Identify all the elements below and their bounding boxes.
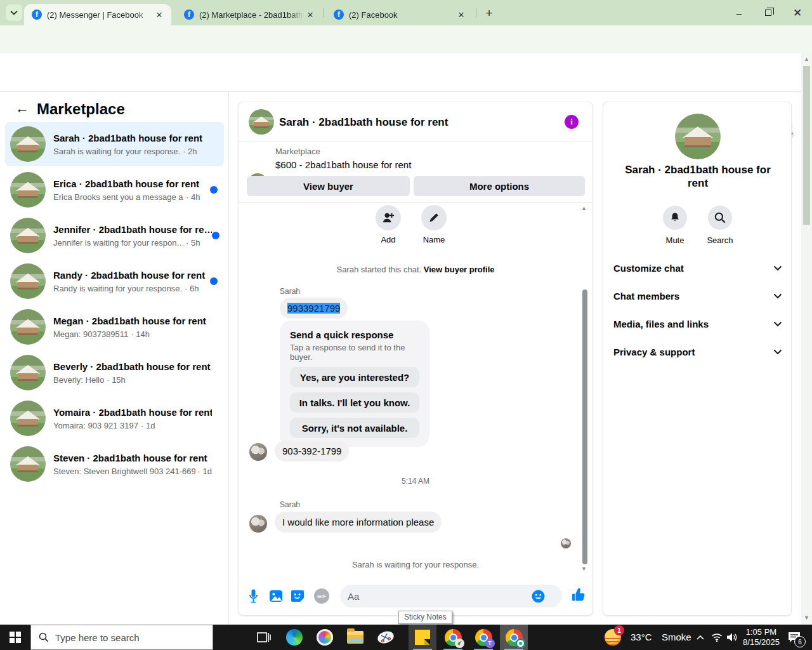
listing-avatar — [10, 401, 46, 436]
copilot-button[interactable] — [311, 625, 339, 650]
chrome-button-1[interactable] — [439, 625, 467, 650]
task-view-button[interactable] — [250, 625, 278, 650]
edge-button[interactable] — [280, 625, 308, 650]
action-center-button[interactable]: 6 — [784, 627, 804, 647]
file-explorer-button[interactable] — [341, 625, 369, 650]
action-center-badge: 6 — [794, 636, 806, 647]
emoji-icon[interactable] — [532, 590, 545, 603]
thumbs-up-icon[interactable] — [572, 587, 587, 602]
conversation-avatar[interactable] — [675, 114, 721, 159]
edit-name-button[interactable] — [421, 205, 447, 230]
new-tab-button[interactable]: + — [481, 5, 497, 22]
tab-title: (2) Facebook — [349, 10, 455, 20]
waiting-status: Sarah is waiting for your response. — [239, 560, 593, 569]
chat-list-item-jennifer[interactable]: Jennifer · 2bad1bath house for re… Jenni… — [5, 213, 224, 258]
start-button[interactable] — [0, 625, 30, 650]
chat-item-snippet: Beverly: Hello· 15h — [53, 375, 212, 385]
chat-item-snippet: Erica Brooks sent you a message a…· 4h — [53, 192, 210, 202]
message-composer[interactable] — [340, 585, 562, 607]
sender-name: Sarah — [280, 500, 300, 509]
conversation-info-icon[interactable]: i — [565, 115, 579, 129]
chat-item-title: Jennifer · 2bad1bath house for re… — [53, 224, 212, 235]
chat-list-item-yomaira[interactable]: Yomaira · 2bad1bath house for rent Yomai… — [5, 396, 224, 441]
tab-close-icon[interactable]: ✕ — [455, 9, 467, 20]
image-attach-icon[interactable] — [269, 590, 283, 602]
chevron-down-icon — [773, 321, 782, 327]
quick-reply-button[interactable]: Sorry, it's not available. — [290, 418, 419, 438]
gif-icon[interactable]: GIF — [314, 588, 329, 604]
browser-tab-facebook[interactable]: f (2) Facebook ✕ — [326, 4, 473, 25]
message-bubble[interactable]: 903-392-1799 — [275, 441, 349, 461]
section-privacy-support[interactable]: Privacy & support — [613, 342, 782, 361]
sticky-notes-button[interactable] — [409, 625, 436, 650]
chrome-button-3[interactable] — [500, 625, 528, 650]
weather-badge: 1 — [614, 625, 624, 635]
chat-list-item-sarah[interactable]: Sarah · 2bad1bath house for rent Sarah i… — [5, 122, 224, 166]
wifi-button[interactable] — [709, 630, 724, 645]
scroll-down-arrow[interactable]: ▼ — [804, 614, 809, 621]
task-view-icon — [257, 631, 271, 644]
page-scrollbar[interactable]: ▲ ▼ — [801, 53, 812, 625]
browser-tab-messenger[interactable]: f (2) Messenger | Facebook ✕ — [24, 4, 171, 25]
snipping-tool-icon — [376, 629, 395, 645]
sticky-notes-icon — [415, 630, 430, 645]
page-scrollbar-thumb[interactable] — [803, 66, 810, 225]
chat-list-item-megan[interactable]: Megan · 2bad1bath house for rent Megan: … — [5, 305, 224, 349]
chrome-icon — [445, 629, 462, 646]
view-buyer-profile-link[interactable]: View buyer profile — [424, 265, 495, 274]
chat-avatar[interactable] — [249, 109, 274, 135]
file-explorer-icon — [347, 631, 363, 644]
volume-button[interactable] — [724, 630, 740, 645]
scroll-up-arrow[interactable]: ▲ — [581, 205, 587, 211]
restore-button[interactable] — [754, 2, 783, 23]
weather-button[interactable]: 1 — [603, 627, 623, 647]
back-arrow-icon[interactable]: ← — [15, 100, 29, 117]
section-media-files-links[interactable]: Media, files and links — [613, 314, 782, 333]
snipping-tool-button[interactable] — [372, 625, 400, 650]
sticker-icon[interactable] — [291, 590, 304, 602]
chat-list-item-erica[interactable]: Erica · 2bad1bath house for rent Erica B… — [5, 168, 224, 212]
chat-list-item-randy[interactable]: Randy · 2bad1bath house for rent Randy i… — [5, 259, 224, 303]
message-bubble[interactable]: 9933921799 — [280, 298, 348, 319]
browser-tab-strip: f (2) Messenger | Facebook ✕ f (2) Marke… — [0, 0, 812, 25]
search-icon — [714, 211, 726, 224]
section-customize-chat[interactable]: Customize chat — [613, 258, 782, 277]
chat-item-title: Erica · 2bad1bath house for rent — [53, 178, 210, 189]
chat-scrollbar-thumb[interactable] — [582, 289, 587, 564]
facebook-header: f Find friends 2 — [0, 53, 812, 92]
chrome-button-2[interactable]: T — [469, 625, 497, 650]
chat-list-item-beverly[interactable]: Beverly · 2bad1bath house for rent Bever… — [5, 350, 224, 395]
scroll-up-arrow[interactable]: ▲ — [804, 56, 809, 62]
search-conversation-button[interactable] — [708, 206, 732, 230]
tab-close-icon[interactable]: ✕ — [304, 9, 316, 20]
pencil-icon — [428, 212, 440, 223]
taskbar-search-input[interactable] — [55, 632, 195, 643]
chat-list-item-steven[interactable]: Steven · 2bad1bath house for rent Steven… — [5, 442, 224, 486]
taskbar-clock[interactable]: 1:05 PM 8/15/2025 — [740, 627, 783, 647]
message-input[interactable] — [348, 591, 532, 602]
divider — [239, 202, 593, 203]
tab-search-button[interactable] — [6, 4, 22, 21]
section-chat-members[interactable]: Chat members — [613, 286, 782, 305]
tab-close-icon[interactable]: ✕ — [154, 9, 165, 20]
sidebar-title: Marketplace — [37, 100, 125, 118]
browser-tab-marketplace[interactable]: f (2) Marketplace - 2bad1bath hou ✕ — [176, 4, 322, 25]
quick-reply-button[interactable]: Yes, are you interested? — [290, 367, 419, 387]
chevron-down-icon — [773, 349, 782, 355]
tray-expand-button[interactable] — [693, 630, 708, 645]
quick-response-card: Send a quick response Tap a response to … — [280, 321, 429, 447]
chat-title: Sarah · 2bad1bath house for rent — [279, 116, 448, 129]
minimize-button[interactable]: – — [724, 2, 754, 23]
taskbar-search[interactable] — [30, 625, 213, 650]
message-bubble[interactable]: I would like more information please — [275, 512, 442, 533]
scroll-down-arrow[interactable]: ▼ — [581, 566, 587, 572]
mute-button[interactable] — [663, 206, 687, 230]
view-buyer-button[interactable]: View buyer — [247, 176, 410, 196]
more-options-button[interactable]: More options — [414, 176, 585, 196]
add-member-button[interactable] — [376, 205, 401, 230]
quick-reply-button[interactable]: In talks. I'll let you know. — [290, 392, 419, 413]
close-button[interactable]: ✕ — [783, 2, 812, 23]
sticky-notes-tooltip: Sticky Notes — [398, 611, 452, 624]
voice-clip-icon[interactable] — [248, 589, 259, 603]
buyer-avatar — [249, 515, 267, 533]
